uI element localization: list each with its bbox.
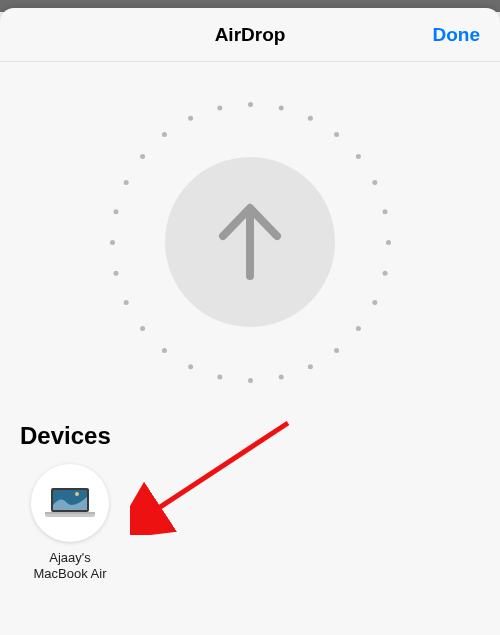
devices-heading: Devices bbox=[20, 422, 480, 450]
airdrop-sheet: AirDrop Done Devices bbox=[0, 8, 500, 635]
radar-dot bbox=[188, 115, 193, 120]
radar-dot bbox=[113, 209, 118, 214]
radar-dot bbox=[188, 364, 193, 369]
radar-dot bbox=[307, 364, 312, 369]
radar-dot bbox=[386, 240, 391, 245]
devices-section: Devices Ajaay's MacBook Air bbox=[0, 422, 500, 583]
radar-dot bbox=[110, 240, 115, 245]
radar-dot bbox=[217, 105, 222, 110]
radar-dot bbox=[355, 153, 360, 158]
radar-dot bbox=[161, 132, 166, 137]
done-button[interactable]: Done bbox=[433, 8, 481, 61]
sheet-header: AirDrop Done bbox=[0, 8, 500, 62]
device-item[interactable]: Ajaay's MacBook Air bbox=[20, 464, 120, 583]
radar-dot bbox=[123, 299, 128, 304]
radar-dot bbox=[140, 326, 145, 331]
radar-dot bbox=[334, 132, 339, 137]
radar-dot bbox=[355, 326, 360, 331]
radar-dot bbox=[161, 347, 166, 352]
radar-dot bbox=[382, 270, 387, 275]
device-avatar bbox=[31, 464, 109, 542]
svg-rect-4 bbox=[45, 512, 95, 514]
svg-point-2 bbox=[75, 492, 79, 496]
arrow-up-icon bbox=[217, 202, 283, 282]
radar-inner-circle bbox=[165, 157, 335, 327]
radar-dot bbox=[278, 374, 283, 379]
device-label: Ajaay's MacBook Air bbox=[34, 550, 107, 583]
radar-dot bbox=[248, 102, 253, 107]
radar-dot bbox=[123, 180, 128, 185]
page-title: AirDrop bbox=[215, 24, 286, 46]
radar-dot bbox=[113, 270, 118, 275]
radar-dot bbox=[372, 299, 377, 304]
radar-dot bbox=[334, 347, 339, 352]
radar-dot bbox=[372, 180, 377, 185]
radar-dot bbox=[382, 209, 387, 214]
radar-dot bbox=[140, 153, 145, 158]
laptop-icon bbox=[43, 485, 97, 521]
radar-dot bbox=[278, 105, 283, 110]
airdrop-radar bbox=[0, 62, 500, 422]
radar-dot bbox=[248, 378, 253, 383]
radar-dot bbox=[307, 115, 312, 120]
radar-dot bbox=[217, 374, 222, 379]
